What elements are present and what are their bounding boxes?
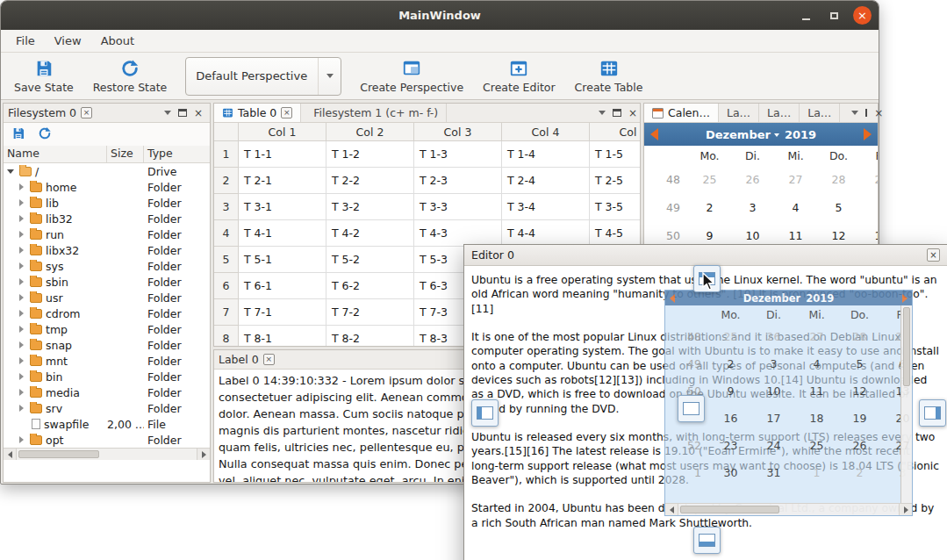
calendar-day-cell[interactable]: 12 (817, 229, 860, 242)
table-cell[interactable]: T 3-5 (590, 194, 640, 220)
label-tab-close-icon[interactable]: × (263, 354, 275, 365)
column-header[interactable]: Col 2 (326, 123, 414, 141)
editor-titlebar[interactable]: Editor 0 × (464, 245, 947, 266)
filesystem-tab-close-icon[interactable]: × (81, 107, 92, 118)
calendar-day-cell[interactable]: 5 (817, 201, 860, 214)
expander-icon[interactable] (18, 277, 26, 286)
tree-row[interactable]: snapFolder (4, 337, 210, 353)
table-cell[interactable]: T 6-1 (239, 273, 326, 299)
next-month-icon[interactable] (864, 128, 872, 140)
row-header[interactable]: 1 (214, 141, 239, 168)
tree-row[interactable]: mediaFolder (4, 384, 210, 400)
tree-row[interactable]: tmpFolder (4, 321, 210, 337)
restore-state-button[interactable]: Restore State (83, 56, 177, 97)
dock-close-icon[interactable]: × (626, 108, 640, 118)
table-cell[interactable]: T 4-5 (590, 220, 640, 247)
tree-row[interactable]: mntFolder (4, 353, 210, 369)
calendar-day-cell[interactable]: 6 (860, 201, 878, 214)
table-cell[interactable]: T 2-2 (326, 168, 414, 194)
dock-float-icon[interactable] (178, 109, 187, 117)
dock-indicator-center[interactable] (678, 395, 705, 422)
tree-row[interactable]: libFolder (4, 195, 210, 211)
tree-row[interactable]: usrFolder (4, 290, 210, 305)
tree-row[interactable]: binFolder (4, 369, 210, 384)
tree-row[interactable]: srvFolder (4, 400, 210, 416)
expander-icon[interactable] (18, 372, 26, 381)
column-header-size[interactable]: Size (107, 146, 144, 162)
expander-icon[interactable] (18, 341, 26, 349)
table-cell[interactable]: T 1-1 (239, 141, 326, 168)
expander-icon[interactable] (18, 214, 26, 223)
table-cell[interactable]: T 2-5 (590, 168, 640, 194)
tree-row[interactable]: lib32Folder (4, 211, 210, 226)
dock-indicator-left[interactable] (471, 399, 499, 427)
scrollbar-track[interactable] (17, 449, 197, 460)
table-cell[interactable]: T 3-2 (326, 194, 414, 220)
table-cell[interactable]: T 1-3 (414, 141, 502, 168)
save-state-button[interactable]: Save State (4, 56, 83, 97)
save-icon[interactable] (11, 126, 25, 143)
calendar-day-cell[interactable]: 10 (731, 229, 774, 242)
tab-label-1[interactable]: La… (719, 104, 759, 122)
column-header-name[interactable]: Name (4, 146, 107, 162)
table-cell[interactable]: T 8-2 (326, 326, 414, 346)
table-cell[interactable]: T 4-4 (502, 220, 590, 247)
tab-calendar[interactable]: Calen… (644, 104, 719, 122)
row-header[interactable]: 5 (214, 247, 239, 273)
column-header[interactable]: Col 1 (239, 123, 326, 141)
tree-row[interactable]: cdromFolder (4, 305, 210, 321)
titlebar[interactable]: MainWindow × (1, 1, 879, 30)
month-label[interactable]: Dezember (702, 128, 774, 141)
table-cell[interactable]: T 3-1 (239, 194, 326, 220)
tab-table0[interactable]: Table 0 × (214, 104, 301, 122)
table-cell[interactable]: T 5-1 (239, 247, 326, 273)
dock-menu-icon[interactable] (161, 111, 174, 115)
column-header[interactable]: Col 3 (414, 123, 502, 141)
expander-icon[interactable] (18, 230, 26, 239)
row-header[interactable]: 7 (214, 299, 239, 326)
calendar-day-cell[interactable]: 9 (688, 229, 731, 242)
tab-label-2[interactable]: La… (759, 104, 800, 122)
tree-row[interactable]: sbinFolder (4, 274, 210, 290)
calendar-day-cell[interactable]: 13 (860, 229, 878, 242)
restore-icon[interactable] (38, 126, 52, 143)
column-header-type[interactable]: Type (144, 146, 210, 162)
scroll-left-icon[interactable] (4, 449, 17, 460)
table-cell[interactable]: T 3-3 (414, 194, 502, 220)
expander-icon[interactable] (18, 404, 26, 413)
table-cell[interactable]: T 6-2 (326, 273, 414, 299)
prev-month-icon[interactable] (650, 128, 658, 140)
expander-icon[interactable] (18, 246, 26, 255)
row-header[interactable]: 6 (214, 273, 239, 299)
calendar-day-cell[interactable]: 28 (817, 173, 860, 186)
expander-icon[interactable] (18, 356, 26, 365)
tree-row[interactable]: /Drive (4, 163, 210, 179)
dock-close-icon[interactable]: × (191, 108, 205, 118)
expander-icon[interactable] (18, 293, 26, 302)
dock-indicator-right[interactable] (919, 399, 946, 427)
create-perspective-button[interactable]: Create Perspective (350, 56, 473, 97)
expander-icon[interactable] (7, 167, 16, 176)
row-header[interactable]: 4 (214, 220, 239, 247)
table-cell[interactable]: T 2-3 (414, 168, 502, 194)
calendar-day-cell[interactable]: 11 (774, 229, 817, 242)
menu-item-about[interactable]: About (91, 31, 144, 51)
tab-filesystem1[interactable]: Filesystem 1 (c+ m- f-) (305, 104, 447, 122)
expander-icon[interactable] (18, 325, 26, 334)
expander-icon[interactable] (18, 435, 26, 444)
table-cell[interactable]: T 3-4 (502, 194, 590, 220)
editor-close-icon[interactable]: × (927, 248, 940, 262)
expander-icon[interactable] (18, 388, 26, 397)
table-cell[interactable]: T 7-2 (326, 299, 414, 326)
tree-row[interactable]: libx32Folder (4, 242, 210, 258)
table-cell[interactable]: T 5-2 (326, 247, 414, 273)
column-header[interactable]: Col 4 (502, 123, 590, 141)
tree-row[interactable]: optFolder (4, 432, 210, 448)
expander-icon[interactable] (18, 262, 26, 270)
filesystem-dock-titlebar[interactable]: Filesystem 0 × × (4, 104, 210, 123)
dock-menu-icon[interactable] (849, 111, 861, 115)
calendar-day-cell[interactable]: 29 (860, 173, 878, 186)
row-header[interactable]: 3 (214, 194, 239, 220)
table-cell[interactable]: T 1-2 (326, 141, 414, 168)
minimize-button[interactable] (797, 6, 815, 25)
